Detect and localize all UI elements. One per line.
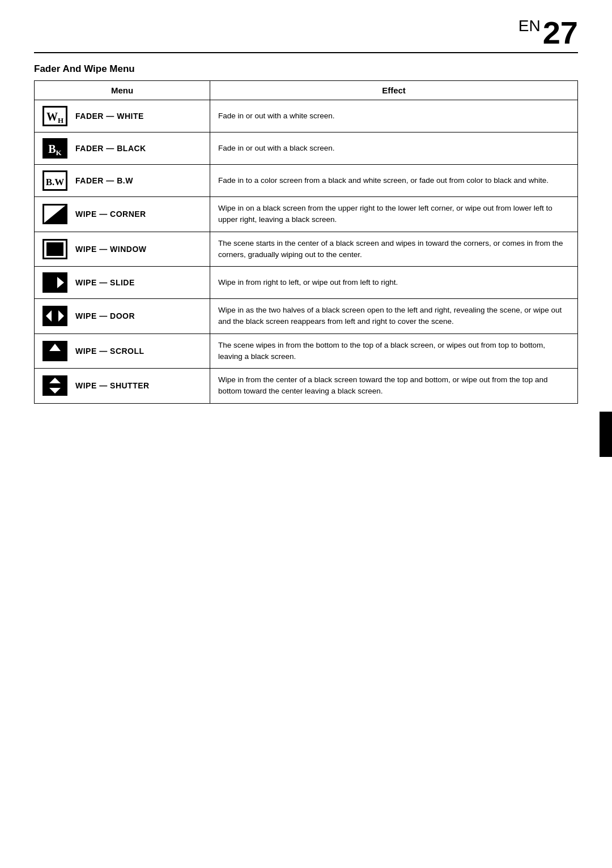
- table-row: WIPE — WINDOWThe scene starts in the cen…: [35, 232, 578, 267]
- menu-cell-inner-wipe-corner: WIPE — CORNER: [42, 204, 202, 224]
- menu-cell-inner-wipe-slide: WIPE — SLIDE: [42, 272, 202, 293]
- menu-icon-fader-white: WH: [42, 106, 67, 126]
- wipe-shutter-icon: [42, 375, 67, 396]
- wipe-slide-icon: [42, 272, 67, 293]
- col-header-menu: Menu: [35, 81, 210, 100]
- menu-cell-fader-bw: B.W FADER — B.W: [35, 165, 210, 197]
- wipe-window-icon: [42, 239, 67, 259]
- menu-label-fader-black: FADER — BLACK: [75, 144, 146, 153]
- menu-cell-wipe-shutter: WIPE — SHUTTER: [35, 369, 210, 404]
- menu-cell-wipe-corner: WIPE — CORNER: [35, 197, 210, 232]
- menu-icon-wipe-shutter: [42, 375, 67, 396]
- table-row: WH FADER — WHITEFade in or out with a wh…: [35, 100, 578, 132]
- table-header-row: Menu Effect: [35, 81, 578, 100]
- menu-label-wipe-window: WIPE — WINDOW: [75, 245, 147, 254]
- menu-icon-wipe-corner: [42, 204, 67, 224]
- col-header-effect: Effect: [210, 81, 578, 100]
- table-row: WIPE — SCROLLThe scene wipes in from the…: [35, 333, 578, 369]
- page-number: 27: [543, 15, 578, 50]
- menu-label-wipe-scroll: WIPE — SCROLL: [75, 347, 144, 356]
- effect-text-fader-white: Fade in or out with a white screen.: [218, 112, 335, 120]
- svg-text:B.W: B.W: [46, 177, 65, 187]
- fader-black-icon: BK: [42, 138, 67, 159]
- table-row: WIPE — CORNERWipe in on a black screen f…: [35, 197, 578, 232]
- menu-cell-inner-wipe-scroll: WIPE — SCROLL: [42, 341, 202, 361]
- menu-cell-wipe-door: WIPE — DOOR: [35, 299, 210, 334]
- menu-cell-inner-wipe-shutter: WIPE — SHUTTER: [42, 375, 202, 396]
- wipe-corner-icon: [42, 204, 67, 224]
- menu-cell-inner-fader-black: BK FADER — BLACK: [42, 138, 202, 159]
- effect-text-wipe-scroll: The scene wipes in from the bottom to th…: [218, 341, 545, 361]
- menu-icon-fader-black: BK: [42, 138, 67, 159]
- effect-text-fader-bw: Fade in to a color screen from a black a…: [218, 176, 549, 185]
- page-header: EN27: [34, 17, 578, 53]
- fader-bw-icon: B.W: [42, 170, 67, 191]
- table-row: BK FADER — BLACKFade in or out with a bl…: [35, 132, 578, 165]
- effect-cell-wipe-door: Wipe in as the two halves of a black scr…: [210, 299, 578, 334]
- effect-cell-fader-bw: Fade in to a color screen from a black a…: [210, 165, 578, 197]
- effect-cell-wipe-scroll: The scene wipes in from the bottom to th…: [210, 333, 578, 369]
- effect-cell-fader-white: Fade in or out with a white screen.: [210, 100, 578, 132]
- right-tab: [600, 412, 612, 457]
- effect-cell-wipe-window: The scene starts in the center of a blac…: [210, 232, 578, 267]
- menu-label-wipe-slide: WIPE — SLIDE: [75, 278, 135, 287]
- menu-cell-fader-white: WH FADER — WHITE: [35, 100, 210, 132]
- menu-label-wipe-corner: WIPE — CORNER: [75, 209, 146, 219]
- menu-label-fader-white: FADER — WHITE: [75, 112, 144, 121]
- menu-icon-wipe-door: [42, 306, 67, 326]
- page-number-display: EN27: [518, 17, 578, 49]
- menu-cell-wipe-window: WIPE — WINDOW: [35, 232, 210, 267]
- menu-cell-inner-fader-white: WH FADER — WHITE: [42, 106, 202, 126]
- menu-cell-inner-wipe-door: WIPE — DOOR: [42, 306, 202, 326]
- menu-icon-wipe-scroll: [42, 341, 67, 361]
- menu-label-wipe-door: WIPE — DOOR: [75, 311, 135, 320]
- menu-icon-wipe-slide: [42, 272, 67, 293]
- effect-text-fader-black: Fade in or out with a black screen.: [218, 144, 335, 152]
- fader-white-icon: WH: [42, 106, 67, 126]
- table-row: WIPE — SHUTTERWipe in from the center of…: [35, 369, 578, 404]
- page-container: EN27 Fader And Wipe Menu Menu Effect WH …: [0, 0, 612, 868]
- menu-icon-wipe-window: [42, 239, 67, 259]
- menu-table: Menu Effect WH FADER — WHITEFade in or o…: [34, 80, 578, 404]
- menu-cell-inner-wipe-window: WIPE — WINDOW: [42, 239, 202, 259]
- menu-cell-inner-fader-bw: B.W FADER — B.W: [42, 170, 202, 191]
- effect-text-wipe-corner: Wipe in on a black screen from the upper…: [218, 204, 552, 224]
- menu-cell-fader-black: BK FADER — BLACK: [35, 132, 210, 165]
- wipe-scroll-icon: [42, 341, 67, 361]
- table-row: WIPE — SLIDEWipe in from right to left, …: [35, 267, 578, 299]
- menu-cell-wipe-slide: WIPE — SLIDE: [35, 267, 210, 299]
- effect-cell-wipe-corner: Wipe in on a black screen from the upper…: [210, 197, 578, 232]
- menu-label-wipe-shutter: WIPE — SHUTTER: [75, 381, 150, 390]
- effect-cell-wipe-shutter: Wipe in from the center of a black scree…: [210, 369, 578, 404]
- effect-text-wipe-shutter: Wipe in from the center of a black scree…: [218, 375, 548, 395]
- menu-icon-fader-bw: B.W: [42, 170, 67, 191]
- section-title: Fader And Wipe Menu: [34, 63, 578, 75]
- menu-cell-wipe-scroll: WIPE — SCROLL: [35, 333, 210, 369]
- svg-rect-9: [47, 243, 63, 255]
- effect-text-wipe-slide: Wipe in from right to left, or wipe out …: [218, 278, 398, 287]
- effect-cell-wipe-slide: Wipe in from right to left, or wipe out …: [210, 267, 578, 299]
- effect-text-wipe-door: Wipe in as the two halves of a black scr…: [218, 306, 562, 326]
- wipe-door-icon: [42, 306, 67, 326]
- effect-text-wipe-window: The scene starts in the center of a blac…: [218, 239, 563, 259]
- en-label: EN: [518, 17, 541, 35]
- table-row: B.W FADER — B.WFade in to a color screen…: [35, 165, 578, 197]
- table-row: WIPE — DOORWipe in as the two halves of …: [35, 299, 578, 334]
- effect-cell-fader-black: Fade in or out with a black screen.: [210, 132, 578, 165]
- menu-label-fader-bw: FADER — B.W: [75, 176, 133, 185]
